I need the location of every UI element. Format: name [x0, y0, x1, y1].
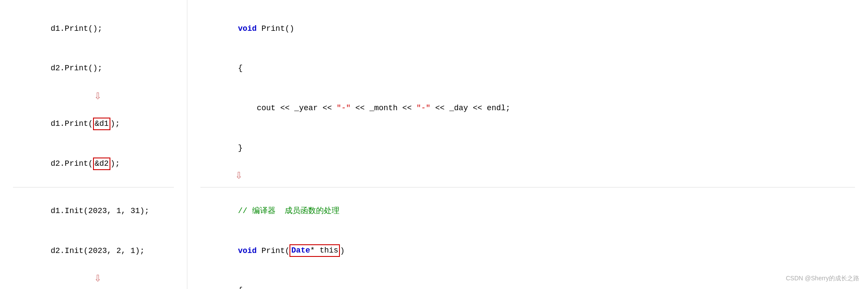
code-line: d1.Print();	[13, 9, 174, 49]
left-block4: d1.Init(&d1,2023, 1, 31); d2.Init(&d1, 2…	[13, 286, 174, 289]
right-panel: void Print() { cout << _year << "-" << _…	[187, 0, 868, 289]
code-line: d1.Print(&d1);	[13, 104, 174, 144]
left-block2: d1.Print(&d1); d2.Print(&d2);	[13, 104, 174, 184]
code-line: }	[200, 128, 855, 168]
code-line: {	[200, 271, 855, 289]
highlight-and-d2: &d2	[93, 158, 110, 170]
code-line: d2.Print(&d2);	[13, 144, 174, 184]
signature-line: void Print(Date* this)	[200, 231, 855, 271]
comment-line: // 编译器 成员函数的处理	[200, 191, 855, 231]
code-line: d1.Init(2023, 1, 31);	[13, 191, 174, 231]
left-block3: d1.Init(2023, 1, 31); d2.Init(2023, 2, 1…	[13, 191, 174, 271]
highlight-date-this: Date* this	[289, 244, 340, 257]
code-line: d2.Print();	[13, 49, 174, 89]
watermark: CSDN @Sherry的成长之路	[786, 275, 859, 282]
left-panel: d1.Print(); d2.Print(); ⇩ d1.Print(&d1);…	[0, 0, 187, 289]
right-block2: // 编译器 成员函数的处理 void Print(Date* this) { …	[200, 191, 855, 289]
code-line: void Print()	[200, 9, 855, 49]
arrow-down-icon: ⇩	[22, 90, 174, 102]
divider-right	[200, 187, 855, 187]
code-line: cout << _year << "-" << _month << "-" <<…	[200, 89, 855, 128]
arrow-down-right-icon: ⇩	[235, 170, 855, 182]
right-block1: void Print() { cout << _year << "-" << _…	[200, 9, 855, 168]
highlight-and-d1: &d1	[93, 118, 110, 130]
code-line: {	[200, 49, 855, 89]
divider	[13, 187, 174, 187]
code-line: d1.Init(&d1,2023, 1, 31);	[13, 286, 174, 289]
arrow-down-icon-2: ⇩	[22, 273, 174, 285]
code-line: d2.Init(2023, 2, 1);	[13, 231, 174, 271]
page-container: d1.Print(); d2.Print(); ⇩ d1.Print(&d1);…	[0, 0, 868, 289]
left-block1: d1.Print(); d2.Print();	[13, 9, 174, 89]
